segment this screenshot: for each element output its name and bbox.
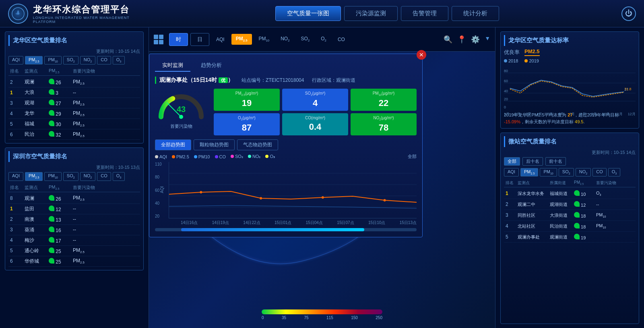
popup-tab-trend[interactable]: 趋势分析 <box>194 60 229 72</box>
micro-tab-pm25[interactable]: PM2.5 <box>520 168 538 176</box>
popup-header-info: 观澜办事处（15日14时 优） 站点编号：ZTEICT12018004 行政区域… <box>155 77 417 84</box>
micro-tab-pm10[interactable]: PM10 <box>540 168 557 176</box>
site-name: 观湖 <box>25 100 49 106</box>
tab-so2[interactable]: SO2 <box>63 56 78 64</box>
power-button[interactable]: ⏻ <box>621 6 636 21</box>
micro-tab-so2[interactable]: SO2 <box>559 168 574 176</box>
trend-tab-particle[interactable]: 颗粒物趋势图 <box>194 139 235 150</box>
district: 观湖街道 <box>550 201 574 208</box>
shenzhen-tabs: AQI PM2.5 PM10 SO2 NO2 CO O3 <box>8 172 140 181</box>
scale-115: 115 <box>326 316 333 320</box>
site-name: 龙华 <box>25 110 49 117</box>
pollutant: -- <box>73 206 113 212</box>
nav-tab-alert[interactable]: 告警管理 <box>401 6 448 21</box>
chart-wrapper: 11080604020 AQI <box>155 162 417 226</box>
micro-tab-bottom10[interactable]: 后十名 <box>522 157 543 166</box>
table-row: 2 观澜 26 PM2.5 <box>8 77 140 87</box>
micro-table-row: 3 同胜社区 大浪街道 18 PM10 <box>504 210 636 221</box>
pollutant: PM10 <box>596 223 632 229</box>
search-icon[interactable]: 🔍 <box>444 35 452 44</box>
compliance-section: 龙华区空气质量达标率 优良率 PM2.5 2018 2019 80 <box>500 31 639 129</box>
tab-so2-sz[interactable]: SO2 <box>63 172 78 181</box>
tab-co[interactable]: CO <box>97 56 111 64</box>
micro-tab-co[interactable]: CO <box>592 168 607 176</box>
pollutant-tab-o2[interactable]: O2 <box>316 34 331 44</box>
pm25-value: 32 <box>49 131 73 138</box>
pm25-value: 13 <box>49 216 73 223</box>
tab-no2[interactable]: NO2 <box>80 56 95 64</box>
micro-table-row: 2 观澜二中 观湖街道 12 -- <box>504 199 636 210</box>
table-row: 6 民治 32 PM2.5 <box>8 129 140 140</box>
micro-tab-top10[interactable]: 前十名 <box>545 157 566 166</box>
tab-pm10-sz[interactable]: PM10 <box>44 172 61 181</box>
gauge-area: 43 首要污染物 <box>155 89 207 135</box>
nav-tab-pollution[interactable]: 污染源监测 <box>344 6 398 21</box>
compliance-svg: 80 60 40 20 0 27 31.8 <box>504 65 636 109</box>
nav-tab-stats[interactable]: 统计分析 <box>452 6 499 21</box>
trend-tab-gas[interactable]: 气态物趋势图 <box>237 139 278 150</box>
micro-table-row: 5 观澜办事处 观澜街道 19 <box>504 232 636 243</box>
pm25-card-value: 19 <box>218 98 276 108</box>
pm10-card-value: 22 <box>355 98 413 108</box>
location-icon[interactable]: 📍 <box>457 35 466 44</box>
micro-tab-o3[interactable]: O3 <box>608 168 621 176</box>
tab-aqi[interactable]: AQI <box>8 56 23 64</box>
rank: 6 <box>10 132 25 137</box>
tab-co-sz[interactable]: CO <box>97 172 111 181</box>
pm25-value: 16 <box>49 226 73 233</box>
logo-area: 龙华环水综合管理平台 LONGHUA INTEGRATED WATER MANA… <box>8 4 153 24</box>
site-name: 民治 <box>25 131 49 138</box>
compliance-pollutant-label: 优良率 <box>504 49 520 56</box>
pollutant-tab-no2[interactable]: NO2 <box>276 34 294 44</box>
no2-card: NO2(μg/m³) 78 <box>351 113 417 135</box>
time-tab-hour[interactable]: 时 <box>169 33 188 46</box>
tab-pm25-sz[interactable]: PM2.5 <box>25 172 43 181</box>
pollutant-tab-aqi[interactable]: AQI <box>212 35 229 44</box>
svg-point-9 <box>260 197 262 199</box>
micro-tab-no2[interactable]: NO2 <box>576 168 591 176</box>
y-axis-title: AQI <box>160 186 164 193</box>
settings-icon[interactable]: ⚙️ <box>471 35 480 44</box>
popup-tab-realtime[interactable]: 实时监测 <box>155 60 190 72</box>
pollutant: PM2.5 <box>73 195 113 201</box>
tab-no2-sz[interactable]: NO2 <box>80 172 95 181</box>
compliance-title: 龙华区空气质量达标率 <box>504 35 636 46</box>
svg-point-11 <box>384 199 386 201</box>
tab-o3-sz[interactable]: O3 <box>113 172 125 181</box>
micro-tab-all[interactable]: 全部 <box>504 157 520 166</box>
center-area: 时 日 AQI PM2.5 PM10 NO2 SO2 O2 CO 🔍 📍 ⚙️ … <box>149 27 495 328</box>
chart-scrollbar[interactable] <box>155 228 417 231</box>
chart-legend-all[interactable]: 全部 <box>408 154 417 160</box>
site-name: 北站社区 <box>518 223 550 229</box>
shenzhen-table-header: 排名 监测点 PM2.5 首要污染物 <box>8 183 140 192</box>
pollutant-tab-pm10[interactable]: PM10 <box>254 34 274 44</box>
so2-card-value: 4 <box>286 98 344 108</box>
scrollbar-thumb[interactable] <box>181 228 364 231</box>
pollutant-tab-so2[interactable]: SO2 <box>297 34 314 44</box>
pm25-value: 19 <box>574 234 596 240</box>
grid-icon[interactable] <box>154 35 163 44</box>
tab-aqi-sz[interactable]: AQI <box>8 172 23 181</box>
svg-text:43: 43 <box>177 105 186 114</box>
pollutant-tab-co[interactable]: CO <box>333 35 349 44</box>
micro-station-section: 微站空气质量排名 更新时间：10-15 14点 全部 后十名 前十名 AQI P… <box>500 133 639 324</box>
tab-pm10[interactable]: PM10 <box>44 56 61 64</box>
longhua-tabs: AQI PM2.5 PM10 SO2 NO2 CO O3 <box>8 56 140 64</box>
chevron-down-icon[interactable]: ▼ <box>485 35 490 44</box>
district: 福城街道 <box>550 191 574 197</box>
tab-pm25[interactable]: PM2.5 <box>25 56 43 64</box>
tab-o3[interactable]: O3 <box>113 56 125 64</box>
micro-col-rank: 排名 <box>506 180 518 186</box>
legend-co: CO <box>215 154 226 159</box>
compliance-active-pollutant[interactable]: PM2.5 <box>524 48 540 56</box>
micro-tab-aqi[interactable]: AQI <box>504 168 519 176</box>
micro-col-pollutant: 首要污染物 <box>596 180 632 186</box>
pollutant: -- <box>73 216 113 222</box>
pm25-value: 27 <box>49 100 73 106</box>
pollutant-tab-pm25[interactable]: PM2.5 <box>231 34 252 44</box>
popup-close-button[interactable]: ✕ <box>417 50 426 60</box>
trend-tab-all[interactable]: 全部趋势图 <box>155 139 191 150</box>
time-tab-day[interactable]: 日 <box>190 33 209 46</box>
legend-o3: O₃ <box>265 154 275 159</box>
nav-tab-airquality[interactable]: 空气质量一张图 <box>275 6 341 21</box>
